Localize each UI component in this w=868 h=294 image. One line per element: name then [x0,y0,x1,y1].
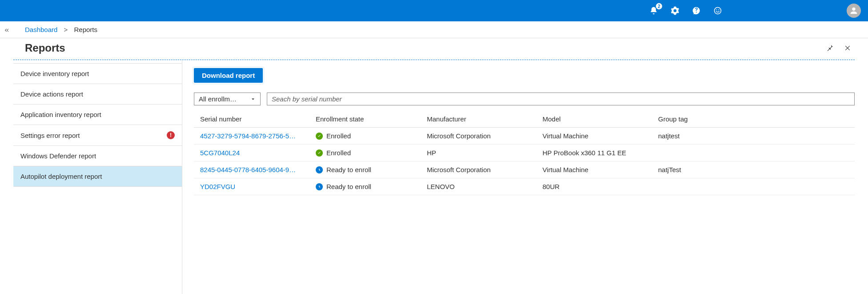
pin-icon [826,44,834,52]
svg-point-0 [715,8,721,14]
breadcrumb: Dashboard > Reports [0,21,868,38]
user-avatar[interactable] [847,4,861,18]
close-button[interactable] [840,41,855,55]
report-detail: Download report All enrollm… Serial numb… [182,60,855,294]
error-badge-icon: ! [167,131,175,139]
enrollment-state-cell: Enrolled [309,128,421,145]
chevron-double-left-icon [4,27,10,33]
manufacturer-cell: Microsoft Corporation [421,161,536,178]
col-manufacturer[interactable]: Manufacturer [421,111,536,128]
sidebar-item-label: Windows Defender report [20,152,96,160]
svg-point-1 [716,9,717,10]
close-icon [844,44,851,52]
table-row[interactable]: 4527-3279-5794-8679-2756-5…EnrolledMicro… [194,128,855,145]
enrollment-state-text: Ready to enroll [326,166,371,173]
serial-link[interactable]: 8245-0445-0778-6405-9604-9… [194,161,309,178]
devices-table: Serial number Enrollment state Manufactu… [194,111,855,195]
sidebar-item-application-inventory[interactable]: Application inventory report [13,104,182,125]
serial-link[interactable]: YD02FVGU [194,178,309,195]
status-ready-icon [316,183,323,190]
sidebar-item-label: Settings error report [20,132,80,139]
sidebar-item-label: Autopilot deployment report [20,173,102,180]
sidebar-item-device-inventory[interactable]: Device inventory report [13,63,182,84]
sidebar-item-settings-error[interactable]: Settings error report ! [13,125,182,146]
group-tag-cell [652,178,855,195]
group-tag-cell [652,145,855,161]
col-serial-number[interactable]: Serial number [194,111,309,128]
filter-label: All enrollm… [199,95,237,103]
filter-row: All enrollm… [194,93,855,105]
settings-button[interactable] [670,5,680,16]
svg-point-2 [719,9,719,10]
col-enrollment-state[interactable]: Enrollment state [309,111,421,128]
manufacturer-cell: Microsoft Corporation [421,128,536,145]
enrollment-state-text: Enrolled [326,149,351,157]
enrollment-state-text: Enrolled [326,132,351,140]
notifications-button[interactable]: 2 [648,5,659,16]
model-cell: HP ProBook x360 11 G1 EE [536,145,652,161]
table-row[interactable]: 5CG7040L24EnrolledHPHP ProBook x360 11 G… [194,145,855,161]
status-ready-icon [316,166,323,173]
pin-button[interactable] [823,41,837,55]
download-report-button[interactable]: Download report [194,68,263,83]
global-header: 2 [0,0,868,21]
model-cell: 80UR [536,178,652,195]
serial-search-input[interactable] [267,93,855,105]
group-tag-cell: natjTest [652,161,855,178]
sidebar-item-windows-defender[interactable]: Windows Defender report [13,145,182,166]
enrollment-state-cell: Ready to enroll [309,161,421,178]
serial-link[interactable]: 5CG7040L24 [194,145,309,161]
page-title: Reports [25,42,819,54]
chevron-down-icon [250,97,256,102]
table-row[interactable]: 8245-0445-0778-6405-9604-9…Ready to enro… [194,161,855,178]
sidebar-item-label: Device actions report [20,90,83,98]
sidebar-item-label: Application inventory report [20,111,101,118]
content-area: Device inventory report Device actions r… [0,60,868,294]
model-cell: Virtual Machine [536,128,652,145]
smile-icon [713,6,722,15]
breadcrumb-root-link[interactable]: Dashboard [25,26,57,33]
breadcrumb-separator: > [64,26,68,33]
status-enrolled-icon [316,149,323,157]
enrollment-state-cell: Enrolled [309,145,421,161]
col-model[interactable]: Model [536,111,652,128]
model-cell: Virtual Machine [536,161,652,178]
enrollment-state-text: Ready to enroll [326,183,371,190]
manufacturer-cell: LENOVO [421,178,536,195]
col-group-tag[interactable]: Group tag [652,111,855,128]
enrollment-state-filter[interactable]: All enrollm… [194,93,261,105]
table-row[interactable]: YD02FVGUReady to enrollLENOVO80UR [194,178,855,195]
serial-link[interactable]: 4527-3279-5794-8679-2756-5… [194,128,309,145]
sidebar-item-autopilot-deployment[interactable]: Autopilot deployment report [13,166,182,187]
person-icon [849,6,859,16]
notification-badge: 2 [655,3,663,10]
feedback-button[interactable] [712,5,723,16]
page-header: Reports [0,38,868,60]
help-button[interactable] [691,5,702,16]
sidebar-item-label: Device inventory report [20,70,89,77]
enrollment-state-cell: Ready to enroll [309,178,421,195]
help-icon [692,6,701,15]
group-tag-cell: natjtest [652,128,855,145]
report-list: Device inventory report Device actions r… [13,60,182,294]
breadcrumb-current: Reports [74,26,98,33]
header-actions: 2 [648,5,723,16]
sidebar-item-device-actions[interactable]: Device actions report [13,84,182,105]
gear-icon [671,6,679,15]
collapse-nav-button[interactable] [0,21,13,39]
status-enrolled-icon [316,133,323,140]
manufacturer-cell: HP [421,145,536,161]
